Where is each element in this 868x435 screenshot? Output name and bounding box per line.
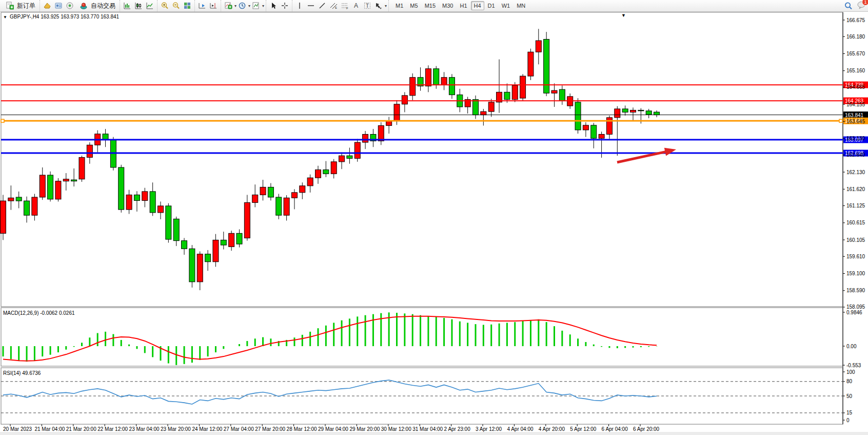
cursor-icon[interactable]	[269, 2, 278, 10]
main-toolbar: 新订单 自动交易	[0, 0, 868, 12]
svg-text:T: T	[366, 3, 369, 9]
svg-text:165.160: 165.160	[846, 68, 865, 73]
crosshair-icon[interactable]	[280, 2, 289, 10]
svg-text:20 Mar 2023: 20 Mar 2023	[3, 426, 32, 432]
svg-text:161.125: 161.125	[846, 203, 865, 209]
svg-text:30 Mar 12:00: 30 Mar 12:00	[381, 426, 411, 432]
svg-text:21 Mar 20:00: 21 Mar 20:00	[66, 426, 96, 432]
market-watch-icon[interactable]	[43, 2, 52, 10]
arrows-dropdown-arrow[interactable]: ▾	[385, 4, 387, 8]
tile-windows-icon[interactable]	[183, 2, 192, 10]
rsi-label: RSI(14) 49.6736	[3, 370, 41, 376]
svg-text:29 Mar 04:00: 29 Mar 04:00	[318, 426, 348, 432]
svg-text:23 Mar 20:00: 23 Mar 20:00	[161, 426, 191, 432]
periods-icon[interactable]	[238, 2, 247, 10]
auto-trading-button[interactable]: 自动交易	[75, 1, 118, 11]
svg-text:159.100: 159.100	[846, 271, 865, 276]
svg-text:F: F	[346, 7, 348, 10]
data-window-icon[interactable]	[65, 2, 74, 10]
svg-text:161.620: 161.620	[846, 186, 865, 192]
svg-text:2 Apr 23:00: 2 Apr 23:00	[444, 426, 471, 432]
fibonacci-tool-icon[interactable]: F	[340, 2, 349, 10]
svg-text:162.130: 162.130	[846, 169, 865, 175]
text-tool-icon[interactable]: A	[351, 2, 361, 10]
templates-dropdown-arrow[interactable]: ▾	[262, 4, 264, 8]
tf-button-M30[interactable]: M30	[439, 1, 456, 10]
svg-text:160.615: 160.615	[846, 220, 865, 225]
zoom-in-icon[interactable]	[160, 2, 169, 10]
notification-badge: 1	[862, 0, 868, 6]
chart-canvas[interactable]: 164.739164.263163.841163.661163.097162.6…	[0, 12, 868, 435]
notifications-button[interactable]: 1	[857, 1, 866, 11]
svg-text:0.00: 0.00	[846, 344, 857, 349]
svg-text:27 Mar 04:00: 27 Mar 04:00	[224, 426, 254, 432]
candlestick-mode-icon[interactable]	[134, 2, 143, 10]
tf-button-H4[interactable]: H4	[471, 1, 484, 10]
chart-window: 164.739164.263163.841163.661163.097162.6…	[0, 12, 868, 435]
svg-text:A: A	[354, 2, 358, 9]
svg-text:22 Mar 12:00: 22 Mar 12:00	[97, 426, 128, 432]
vertical-line-tool-icon[interactable]	[295, 2, 304, 10]
indicators-dropdown-arrow[interactable]: ▾	[234, 4, 236, 8]
zoom-out-icon[interactable]	[171, 2, 181, 10]
svg-text:100: 100	[846, 369, 855, 375]
tf-button-H1[interactable]: H1	[457, 1, 470, 10]
channel-tool-icon[interactable]: E	[329, 2, 338, 10]
trading-terminal-window: 新订单 自动交易	[0, 0, 868, 435]
tf-button-W1[interactable]: W1	[499, 1, 514, 10]
svg-text:5 Apr 12:00: 5 Apr 12:00	[570, 426, 597, 432]
svg-text:6 Apr 04:00: 6 Apr 04:00	[602, 426, 628, 432]
svg-text:50: 50	[846, 393, 853, 399]
tf-button-D1[interactable]: D1	[485, 1, 498, 10]
tf-button-M15[interactable]: M15	[422, 1, 439, 10]
svg-text:159.610: 159.610	[846, 254, 865, 259]
svg-text:3 Apr 12:00: 3 Apr 12:00	[476, 426, 502, 432]
new-order-button[interactable]: 新订单	[2, 1, 38, 11]
svg-text:158.590: 158.590	[846, 288, 865, 293]
collapse-arrow-icon[interactable]: ▼	[3, 15, 7, 20]
templates-icon[interactable]	[251, 2, 261, 10]
navigator-icon[interactable]	[54, 2, 63, 10]
horizontal-line-tool-icon[interactable]	[306, 2, 315, 10]
svg-text:4 Apr 20:00: 4 Apr 20:00	[539, 426, 565, 432]
svg-text:162.640: 162.640	[846, 152, 865, 158]
svg-text:24 Mar 12:00: 24 Mar 12:00	[192, 426, 222, 432]
tf-button-M1[interactable]: M1	[392, 1, 406, 10]
chart-shift-icon[interactable]	[209, 2, 218, 10]
svg-text:15: 15	[846, 410, 853, 415]
svg-text:164.155: 164.155	[846, 102, 865, 107]
svg-text:E: E	[335, 6, 337, 9]
chart-shift-marker-icon[interactable]: ▼	[621, 13, 626, 18]
macd-label: MACD(12,26,9) -0.0062 0.0261	[3, 310, 75, 316]
svg-text:29 Mar 20:00: 29 Mar 20:00	[349, 426, 380, 432]
auto-trading-label: 自动交易	[91, 2, 115, 10]
tf-button-M5[interactable]: M5	[407, 1, 421, 10]
timeframe-switcher: M1M5M15M30H1H4D1W1MN	[392, 1, 528, 10]
svg-text:28 Mar 12:00: 28 Mar 12:00	[287, 426, 317, 432]
svg-text:80: 80	[846, 379, 853, 384]
label-tool-icon[interactable]: T	[363, 2, 372, 10]
indicators-icon[interactable]	[224, 2, 233, 10]
svg-text:23 Mar 04:00: 23 Mar 04:00	[129, 426, 160, 432]
auto-scroll-icon[interactable]	[198, 2, 207, 10]
svg-text:0.9846: 0.9846	[846, 310, 862, 315]
periods-dropdown-arrow[interactable]: ▾	[248, 4, 250, 8]
auto-trading-icon	[79, 2, 88, 10]
svg-text:166.675: 166.675	[846, 17, 865, 23]
trendline-tool-icon[interactable]	[318, 2, 327, 10]
arrows-tool-icon[interactable]	[374, 2, 383, 10]
svg-text:21 Mar 04:00: 21 Mar 04:00	[34, 426, 65, 432]
svg-text:164.665: 164.665	[846, 84, 865, 90]
svg-text:163.130: 163.130	[846, 136, 865, 141]
tf-button-MN[interactable]: MN	[514, 1, 528, 10]
svg-text:163.841: 163.841	[845, 112, 864, 118]
new-order-icon	[5, 2, 14, 10]
line-chart-mode-icon[interactable]	[145, 2, 154, 10]
svg-text:31 Mar 04:00: 31 Mar 04:00	[412, 426, 443, 432]
svg-text:160.105: 160.105	[846, 237, 865, 243]
bar-chart-mode-icon[interactable]	[123, 2, 132, 10]
svg-text:0: 0	[846, 418, 850, 423]
svg-text:-0.553: -0.553	[846, 363, 861, 368]
search-icon[interactable]	[843, 2, 853, 10]
new-order-label: 新订单	[17, 2, 35, 10]
